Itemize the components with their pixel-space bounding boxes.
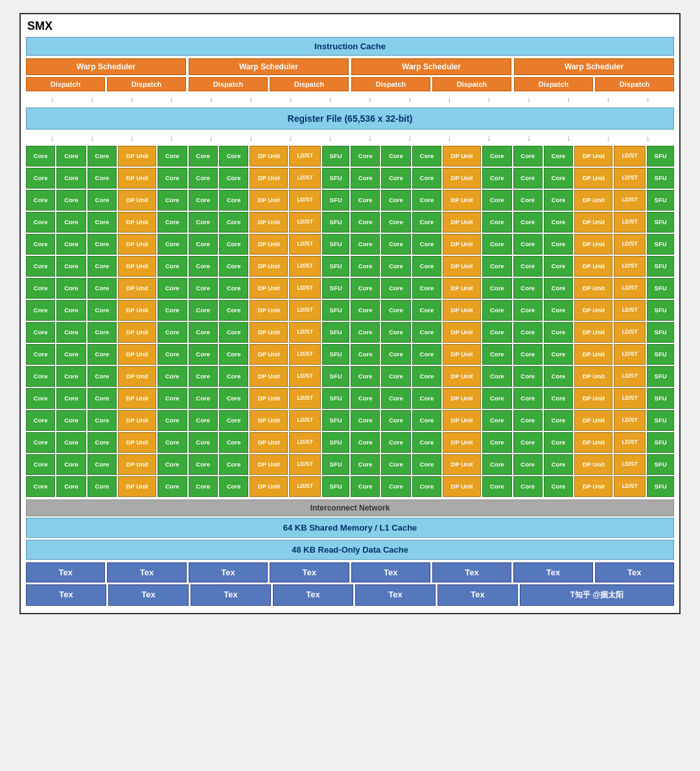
list-item: DP Unit — [250, 410, 288, 431]
tex-cell-5: Tex — [351, 562, 430, 582]
table-row: Core Core Core DP Unit Core Core Core DP… — [26, 432, 674, 453]
list-item: Core — [513, 278, 542, 299]
list-item: Core — [544, 410, 573, 431]
list-item: DP Unit — [443, 168, 481, 189]
list-item: Core — [482, 432, 511, 453]
list-item: LD/ST — [289, 190, 321, 211]
list-item: Core — [482, 410, 511, 431]
smx-title: SMX — [26, 19, 674, 33]
list-item: DP Unit — [443, 432, 481, 453]
list-item: Core — [158, 168, 187, 189]
list-item: Core — [219, 388, 248, 409]
list-item: Core — [544, 322, 573, 343]
list-item: Core — [219, 476, 248, 497]
list-item: SFU — [322, 410, 349, 431]
warp-group-4: Warp Scheduler Dispatch Dispatch — [514, 58, 674, 91]
list-item: Core — [381, 322, 410, 343]
list-item: LD/ST — [614, 278, 646, 299]
arrows-row: ↓↓↓↓↓↓↓↓ ↓↓↓↓↓↓↓↓ — [26, 93, 674, 105]
list-item: Core — [56, 168, 86, 189]
list-item: LD/ST — [289, 454, 321, 475]
list-item: Core — [26, 388, 55, 409]
list-item: Core — [219, 366, 248, 387]
list-item: Core — [381, 190, 410, 211]
list-item: Core — [88, 366, 117, 387]
list-item: LD/ST — [614, 366, 646, 387]
list-item: SFU — [322, 190, 349, 211]
list-item: SFU — [322, 322, 349, 343]
list-item: Core — [412, 146, 441, 167]
list-item: Core — [381, 168, 410, 189]
list-item: DP Unit — [118, 212, 156, 233]
list-item: DP Unit — [574, 256, 612, 277]
list-item: SFU — [322, 300, 349, 321]
list-item: SFU — [647, 212, 674, 233]
tex-cell-10: Tex — [108, 584, 189, 606]
table-row: Core Core Core DP Unit Core Core Core DP… — [26, 344, 674, 365]
list-item: LD/ST — [614, 454, 646, 475]
dispatch-row-1: Dispatch Dispatch — [26, 77, 186, 91]
list-item: DP Unit — [574, 212, 612, 233]
list-item: DP Unit — [443, 454, 481, 475]
list-item: Core — [381, 300, 410, 321]
list-item: DP Unit — [574, 344, 612, 365]
list-item: DP Unit — [118, 344, 156, 365]
list-item: Core — [412, 476, 441, 497]
list-item: SFU — [647, 168, 674, 189]
list-item: Core — [88, 476, 117, 497]
list-item: Core — [513, 410, 542, 431]
list-item: SFU — [322, 388, 349, 409]
list-item: SFU — [322, 278, 349, 299]
list-item: Core — [56, 366, 86, 387]
list-item: Core — [88, 388, 117, 409]
list-item: Core — [482, 300, 511, 321]
list-item: DP Unit — [118, 234, 156, 255]
list-item: Core — [381, 432, 410, 453]
dispatch-4b: Dispatch — [595, 77, 674, 91]
list-item: Core — [482, 190, 511, 211]
list-item: LD/ST — [614, 388, 646, 409]
list-item: SFU — [647, 300, 674, 321]
list-item: Core — [381, 146, 410, 167]
list-item: Core — [412, 190, 441, 211]
list-item: Core — [219, 432, 248, 453]
list-item: Core — [351, 432, 380, 453]
list-item: Core — [482, 322, 511, 343]
list-item: SFU — [647, 476, 674, 497]
list-item: Core — [88, 432, 117, 453]
list-item: Core — [412, 168, 441, 189]
list-item: Core — [513, 344, 542, 365]
dispatch-1a: Dispatch — [26, 77, 105, 91]
list-item: DP Unit — [574, 388, 612, 409]
list-item: Core — [158, 432, 187, 453]
list-item: DP Unit — [443, 366, 481, 387]
table-row: Core Core Core DP Unit Core Core Core DP… — [26, 388, 674, 409]
list-item: LD/ST — [614, 234, 646, 255]
list-item: Core — [351, 234, 380, 255]
tex-cell-12: Tex — [273, 584, 353, 606]
list-item: Core — [158, 300, 187, 321]
list-item: DP Unit — [574, 168, 612, 189]
warp-scheduler-4: Warp Scheduler — [514, 58, 674, 75]
list-item: Core — [26, 454, 55, 475]
list-item: Core — [219, 454, 248, 475]
list-item: Core — [26, 168, 55, 189]
table-row: Core Core Core DP Unit Core Core Core DP… — [26, 410, 674, 431]
list-item: DP Unit — [443, 322, 481, 343]
list-item: Core — [219, 190, 248, 211]
list-item: Core — [482, 388, 511, 409]
list-item: Core — [88, 212, 117, 233]
dispatch-3a: Dispatch — [351, 77, 430, 91]
list-item: Core — [513, 432, 542, 453]
list-item: SFU — [647, 234, 674, 255]
list-item: Core — [26, 344, 55, 365]
list-item: Core — [56, 388, 86, 409]
list-item: Core — [381, 344, 410, 365]
warp-group-2: Warp Scheduler Dispatch Dispatch — [189, 58, 349, 91]
list-item: Core — [88, 278, 117, 299]
list-item: DP Unit — [118, 256, 156, 277]
list-item: SFU — [647, 322, 674, 343]
list-item: Core — [412, 322, 441, 343]
list-item: Core — [351, 190, 380, 211]
list-item: SFU — [647, 454, 674, 475]
